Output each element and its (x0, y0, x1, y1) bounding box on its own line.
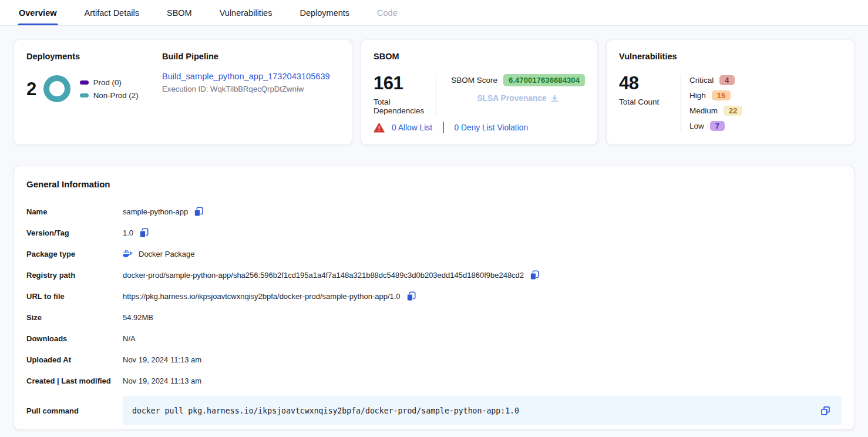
created-modified-value: Nov 19, 2024 11:13 am (123, 377, 201, 385)
uploaded-at-value: Nov 19, 2024 11:13 am (123, 355, 201, 364)
sbom-total-dependencies: 161 (374, 74, 436, 92)
legend-item-nonprod: Non-Prod (2) (80, 91, 139, 100)
copy-name-button[interactable] (193, 206, 204, 217)
copy-icon (193, 206, 204, 217)
copy-icon (139, 227, 149, 238)
prod-swatch (80, 80, 89, 85)
medium-count-badge: 22 (724, 106, 742, 116)
copy-version-button[interactable] (139, 227, 149, 238)
slsa-provenance-link[interactable]: SLSA Provenance (451, 94, 585, 103)
copy-icon (406, 291, 416, 301)
downloads-value: N/A (123, 334, 136, 343)
name-label: Name (26, 207, 123, 216)
execution-id: Execution ID: WqkTilbBRqecQrpDtZwniw (162, 85, 339, 93)
info-row-created-modified: Created | Last modified Nov 19, 2024 11:… (26, 370, 842, 391)
low-count-badge: 7 (710, 121, 725, 131)
high-label: High (689, 91, 706, 100)
info-row-size: Size 54.92MB (26, 307, 842, 328)
info-row-uploaded-at: Uploaded At Nov 19, 2024 11:13 am (26, 349, 842, 370)
build-pipeline-section: Build Pipeline Build_sample_python_app_1… (162, 52, 339, 133)
build-pipeline-title: Build Pipeline (162, 52, 339, 61)
tab-code[interactable]: Code (377, 0, 398, 25)
general-information-card: General Information Name sample-python-a… (14, 166, 854, 429)
tab-vulnerabilities[interactable]: Vulnerabilities (220, 0, 272, 25)
sbom-score-label: SBOM Score (451, 76, 497, 85)
vulnerabilities-total-label: Total Count (619, 98, 681, 106)
tab-bar: Overview Artifact Details SBOM Vulnerabi… (0, 0, 868, 26)
prod-label: Prod (0) (93, 78, 122, 87)
severity-row-low: Low 7 (689, 120, 742, 132)
info-row-registry-path: Registry path docker-prod/sample-python-… (26, 264, 842, 285)
package-type-value: Docker Package (139, 250, 194, 258)
severity-list: Critical 4 High 15 Medium 22 Low 7 (681, 74, 742, 132)
vulnerabilities-title: Vulnerabilities (619, 52, 842, 61)
created-modified-label: Created | Last modified (26, 377, 123, 385)
downloads-label: Downloads (26, 334, 123, 343)
info-row-package-type: Package type Docker Package (26, 243, 842, 264)
copy-pull-command-button[interactable] (820, 405, 831, 416)
docker-icon (123, 250, 133, 258)
pipeline-link[interactable]: Build_sample_python_app_1732043105639 (162, 72, 330, 81)
sbom-policy-links: 0 Allow List 0 Deny List Violation (374, 122, 528, 133)
deployments-title: Deployments (26, 52, 162, 61)
copy-outline-icon (820, 405, 831, 416)
sbom-card: SBOM 161 Total Dependencies SBOM Score 6… (361, 40, 597, 144)
medium-label: Medium (689, 106, 718, 115)
registry-path-value: docker-prod/sample-python-app/sha256:596… (123, 271, 524, 280)
severity-row-critical: Critical 4 (689, 74, 742, 86)
sbom-totals: 161 Total Dependencies (374, 74, 436, 115)
pull-command-label: Pull command (26, 406, 123, 415)
critical-count-badge: 4 (719, 75, 734, 85)
deployments-legend: Prod (0) Non-Prod (2) (80, 78, 139, 100)
info-row-version: Version/Tag 1.0 (26, 222, 842, 243)
pull-command-text: docker pull pkg.harness.io/ikpsjoavtcwxn… (132, 406, 519, 415)
vulnerabilities-totals: 48 Total Count (619, 74, 681, 132)
low-label: Low (689, 122, 704, 130)
copy-url-button[interactable] (406, 291, 416, 301)
pull-command-box: docker pull pkg.harness.io/ikpsjoavtcwxn… (123, 396, 842, 425)
high-count-badge: 15 (712, 90, 731, 100)
deployments-total-count: 2 (26, 80, 36, 98)
tab-deployments[interactable]: Deployments (300, 0, 349, 25)
deployments-donut-chart (43, 75, 70, 102)
info-row-pull-command: Pull command docker pull pkg.harness.io/… (26, 396, 842, 425)
version-value: 1.0 (123, 228, 133, 237)
copy-registry-path-button[interactable] (529, 270, 540, 280)
summary-cards-row: Deployments 2 Prod (0) Non-Prod (2) (14, 40, 854, 144)
sbom-total-label: Total Dependencies (374, 98, 436, 115)
sbom-score-section: SBOM Score 6.470017636684304 SLSA Proven… (436, 74, 585, 103)
package-type-label: Package type (26, 250, 123, 258)
tab-artifact-details[interactable]: Artifact Details (85, 0, 139, 25)
uploaded-at-label: Uploaded At (26, 355, 123, 364)
name-value: sample-python-app (123, 207, 188, 216)
info-row-url: URL to file https://pkg.harness.io/ikpsj… (26, 285, 842, 307)
download-icon (550, 94, 559, 103)
page-content: Deployments 2 Prod (0) Non-Prod (2) (0, 26, 868, 437)
severity-row-high: High 15 (689, 89, 742, 102)
nonprod-label: Non-Prod (2) (93, 91, 139, 100)
url-label: URL to file (26, 292, 123, 301)
vulnerabilities-total-count: 48 (619, 74, 681, 92)
deployments-section: Deployments 2 Prod (0) Non-Prod (2) (26, 52, 162, 133)
links-divider (443, 122, 444, 133)
tab-sbom[interactable]: SBOM (167, 0, 192, 25)
sbom-title: SBOM (374, 52, 585, 61)
size-label: Size (26, 313, 123, 322)
slsa-provenance-label: SLSA Provenance (477, 94, 546, 103)
vulnerabilities-card: Vulnerabilities 48 Total Count Critical … (607, 40, 854, 144)
copy-icon (529, 270, 540, 280)
general-information-title: General Information (26, 179, 842, 189)
critical-label: Critical (689, 76, 714, 85)
size-value: 54.92MB (123, 313, 153, 322)
deny-list-link[interactable]: 0 Deny List Violation (455, 123, 529, 132)
deployments-card: Deployments 2 Prod (0) Non-Prod (2) (14, 40, 352, 144)
version-label: Version/Tag (26, 228, 123, 237)
warning-icon (374, 123, 385, 133)
url-value: https://pkg.harness.io/ikpsjoavtcwxnqisy… (123, 292, 401, 301)
legend-item-prod: Prod (0) (80, 78, 139, 87)
info-row-downloads: Downloads N/A (26, 328, 842, 349)
nonprod-swatch (80, 93, 89, 98)
severity-row-medium: Medium 22 (689, 105, 742, 117)
tab-overview[interactable]: Overview (19, 0, 57, 25)
allow-list-link[interactable]: 0 Allow List (392, 123, 432, 132)
